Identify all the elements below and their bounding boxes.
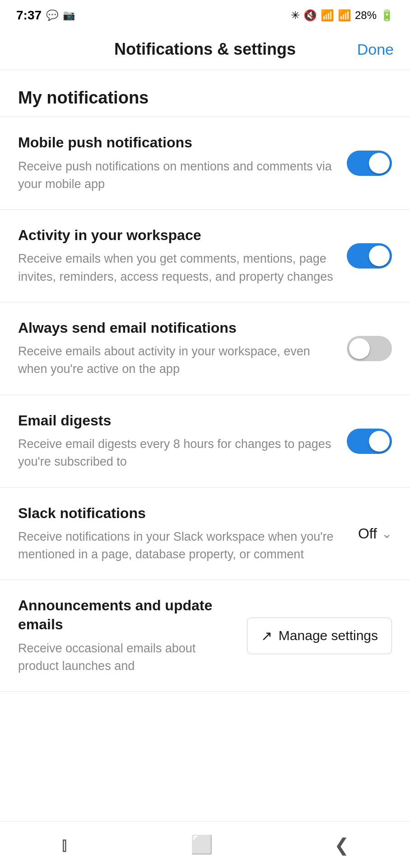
status-time: 7:37 💬 📷 [16, 8, 75, 23]
toggle-mobile-push[interactable] [347, 151, 392, 176]
setting-desc-announcements: Receive occasional emails about product … [18, 640, 233, 675]
setting-title-always-send-email: Always send email notifications [18, 319, 333, 338]
camera-icon: 📷 [63, 9, 75, 21]
signal-icon: 📶 [338, 9, 351, 22]
toggle-email-digests[interactable] [347, 429, 392, 454]
bluetooth-icon: ✳ [291, 9, 300, 22]
bottom-navigation: ⫿ ⬜ ❮ [0, 821, 410, 868]
dropdown-value-slack-notifications: Off [358, 525, 377, 542]
page-title: Notifications & settings [114, 40, 296, 59]
toggle-thumb-email-digests [369, 431, 390, 452]
chevron-down-icon: ⌄ [382, 526, 392, 541]
setting-title-slack-notifications: Slack notifications [18, 504, 345, 523]
setting-title-announcements: Announcements and update emails [18, 596, 233, 634]
home-icon[interactable]: ⬜ [191, 834, 213, 855]
setting-title-workspace-activity: Activity in your workspace [18, 226, 333, 245]
header: Notifications & settings Done [0, 29, 410, 70]
setting-desc-always-send-email: Receive emails about activity in your wo… [18, 343, 333, 378]
manage-settings-label: Manage settings [279, 628, 378, 643]
toggle-always-send-email[interactable] [347, 336, 392, 361]
setting-row-workspace-activity: Activity in your workspace Receive email… [0, 210, 410, 302]
manage-settings-button[interactable]: ↗ Manage settings [247, 618, 392, 654]
status-indicators: ✳ 🔇 📶 📶 28% 🔋 [291, 9, 394, 22]
toggle-thumb-mobile-push [369, 153, 390, 174]
setting-text-mobile-push: Mobile push notifications Receive push n… [18, 133, 333, 193]
mute-icon: 🔇 [303, 9, 317, 22]
content-area: My notifications Mobile push notificatio… [0, 70, 410, 821]
setting-row-mobile-push: Mobile push notifications Receive push n… [0, 117, 410, 209]
setting-desc-workspace-activity: Receive emails when you get comments, me… [18, 250, 333, 285]
toggle-thumb-always-send-email [349, 338, 370, 359]
setting-row-announcements: Announcements and update emails Receive … [0, 580, 410, 691]
setting-title-email-digests: Email digests [18, 411, 333, 430]
setting-row-email-digests: Email digests Receive email digests ever… [0, 395, 410, 487]
back-icon[interactable]: ❮ [334, 835, 349, 855]
toggle-workspace-activity[interactable] [347, 243, 392, 269]
setting-desc-slack-notifications: Receive notifications in your Slack work… [18, 528, 345, 563]
setting-text-always-send-email: Always send email notifications Receive … [18, 319, 333, 378]
status-bar: 7:37 💬 📷 ✳ 🔇 📶 📶 28% 🔋 [0, 0, 410, 29]
chat-icon: 💬 [46, 9, 58, 21]
divider-5 [0, 691, 410, 692]
battery-display: 28% [355, 9, 377, 22]
setting-text-announcements: Announcements and update emails Receive … [18, 596, 233, 675]
external-link-icon: ↗ [261, 628, 272, 644]
setting-row-slack-notifications: Slack notifications Receive notification… [0, 488, 410, 580]
done-button[interactable]: Done [357, 41, 394, 58]
toggle-thumb-workspace-activity [369, 245, 390, 266]
setting-desc-mobile-push: Receive push notifications on mentions a… [18, 158, 333, 193]
setting-text-workspace-activity: Activity in your workspace Receive email… [18, 226, 333, 286]
setting-text-slack-notifications: Slack notifications Receive notification… [18, 504, 345, 564]
setting-text-email-digests: Email digests Receive email digests ever… [18, 411, 333, 471]
battery-icon: 🔋 [380, 9, 394, 22]
menu-icon[interactable]: ⫿ [61, 835, 70, 855]
setting-desc-email-digests: Receive email digests every 8 hours for … [18, 435, 333, 471]
setting-row-always-send-email: Always send email notifications Receive … [0, 302, 410, 395]
section-title: My notifications [0, 70, 410, 117]
wifi-icon: 📶 [321, 9, 334, 22]
setting-title-mobile-push: Mobile push notifications [18, 133, 333, 152]
time-display: 7:37 [16, 8, 42, 23]
dropdown-slack-notifications[interactable]: Off ⌄ [358, 525, 392, 542]
